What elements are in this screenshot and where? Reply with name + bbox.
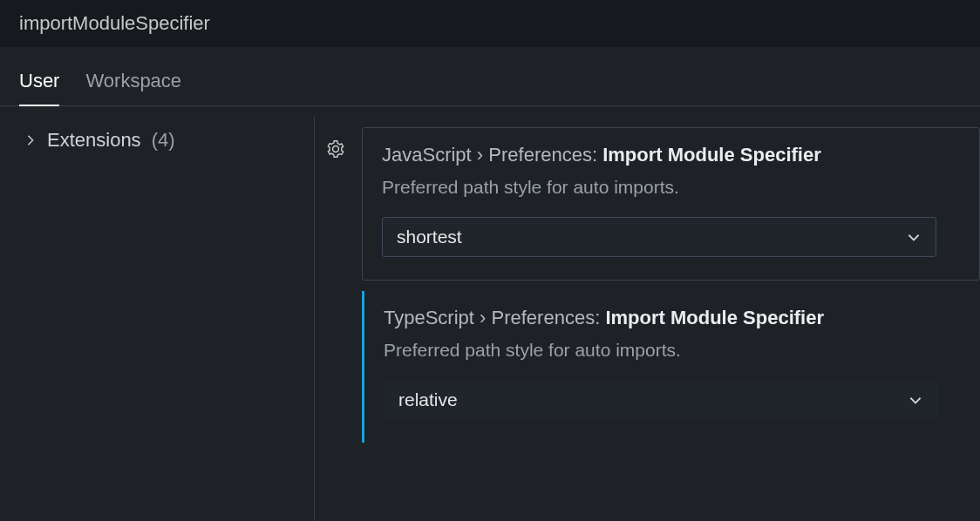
settings-tree: Extensions (4): [0, 106, 314, 521]
chevron-down-icon: [908, 392, 923, 408]
setting-scope: JavaScript: [382, 144, 472, 166]
setting-group: Preferences: [488, 144, 592, 166]
setting-group: Preferences: [492, 307, 595, 328]
setting-title: JavaScript › Preferences: Import Module …: [382, 144, 960, 166]
select-value: relative: [398, 389, 458, 410]
tree-item-label: Extensions: [47, 129, 141, 152]
setting-description: Preferred path style for auto imports.: [384, 340, 961, 361]
breadcrumb-separator: ›: [480, 307, 491, 328]
setting-row: TypeScript › Preferences: Import Module …: [315, 281, 980, 443]
setting-card-typescript-import-module-specifier: TypeScript › Preferences: Import Module …: [362, 291, 980, 443]
setting-name: Import Module Specifier: [605, 307, 824, 328]
setting-name: Import Module Specifier: [602, 144, 821, 166]
tab-workspace[interactable]: Workspace: [85, 70, 181, 105]
setting-title: TypeScript › Preferences: Import Module …: [384, 307, 961, 329]
setting-scope: TypeScript: [384, 307, 474, 328]
search-input-value: importModuleSpecifier: [19, 12, 210, 34]
setting-select[interactable]: relative: [384, 380, 938, 420]
breadcrumb-separator: ›: [477, 144, 488, 166]
chevron-right-icon: [24, 134, 37, 146]
tree-item-extensions[interactable]: Extensions (4): [17, 125, 296, 155]
setting-card-javascript-import-module-specifier: JavaScript › Preferences: Import Module …: [362, 127, 980, 281]
gear-icon: [326, 139, 345, 159]
setting-row: JavaScript › Preferences: Import Module …: [315, 117, 980, 281]
select-value: shortest: [397, 227, 462, 247]
setting-description: Preferred path style for auto imports.: [382, 177, 960, 198]
settings-search-input[interactable]: importModuleSpecifier: [0, 0, 980, 47]
tree-item-count: (4): [152, 129, 175, 152]
chevron-down-icon: [906, 229, 922, 245]
settings-list: JavaScript › Preferences: Import Module …: [315, 106, 980, 521]
settings-scope-tabs: User Workspace: [0, 47, 980, 106]
tab-user[interactable]: User: [19, 70, 59, 106]
setting-gear-button[interactable]: [323, 127, 348, 159]
setting-select[interactable]: shortest: [382, 217, 936, 257]
